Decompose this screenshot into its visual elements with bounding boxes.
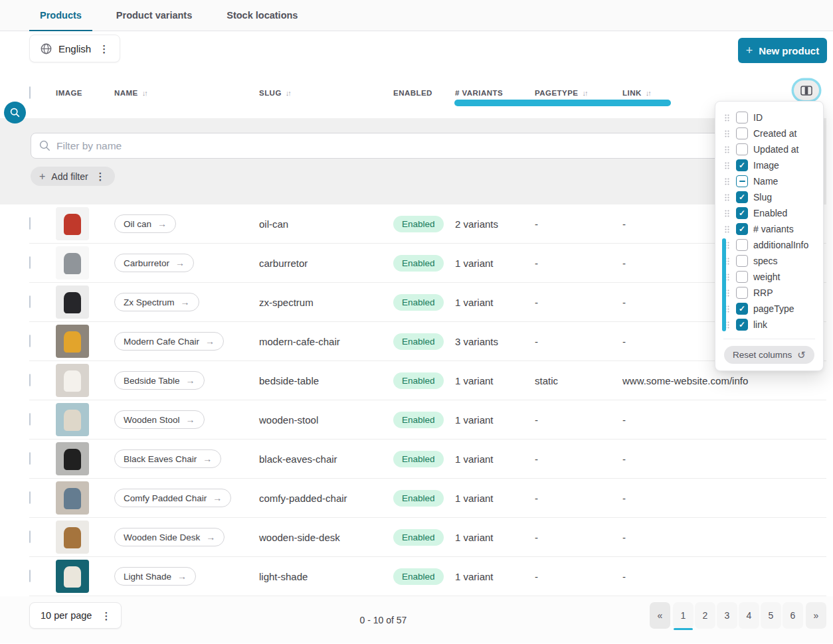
reset-columns-button[interactable]: Reset columns ↺ bbox=[724, 346, 814, 364]
column-header-slug[interactable]: SLUG↓↑ bbox=[259, 89, 393, 97]
page-number-button[interactable]: 2 bbox=[695, 602, 715, 629]
pagetype-cell: - bbox=[535, 453, 622, 465]
column-menu-item[interactable]: RRP bbox=[715, 285, 823, 301]
product-thumbnail[interactable] bbox=[56, 285, 89, 319]
row-checkbox[interactable] bbox=[29, 374, 31, 386]
row-checkbox[interactable] bbox=[29, 491, 31, 504]
tab-item[interactable]: Product variants bbox=[116, 0, 192, 31]
product-thumbnail[interactable] bbox=[56, 442, 89, 475]
column-checkbox[interactable] bbox=[736, 223, 748, 235]
column-menu-item[interactable]: Name bbox=[715, 173, 823, 189]
product-name-link[interactable]: Black Eaves Chair→ bbox=[114, 449, 221, 468]
drag-handle-icon[interactable] bbox=[725, 146, 729, 153]
product-name-link[interactable]: Zx Spectrum→ bbox=[114, 293, 199, 311]
drag-handle-icon[interactable] bbox=[725, 162, 729, 169]
drag-handle-icon[interactable] bbox=[725, 178, 729, 185]
row-checkbox[interactable] bbox=[29, 413, 31, 426]
product-name-link[interactable]: Carburretor→ bbox=[114, 254, 194, 272]
column-checkbox[interactable] bbox=[736, 207, 748, 219]
product-name-link[interactable]: Oil can→ bbox=[114, 214, 176, 233]
tab-item[interactable]: Products bbox=[40, 0, 82, 31]
table-row: Comfy Padded Chair→ comfy-padded-chair E… bbox=[29, 479, 826, 518]
column-header-name[interactable]: NAME↓↑ bbox=[114, 89, 259, 97]
prev-page-button[interactable]: « bbox=[650, 602, 670, 629]
new-product-button[interactable]: + New product bbox=[738, 38, 827, 63]
column-menu-item[interactable]: Image bbox=[715, 157, 823, 173]
column-picker-button[interactable] bbox=[794, 80, 819, 100]
column-header-pagetype[interactable]: PAGETYPE↓↑ bbox=[535, 89, 622, 97]
kebab-menu-icon[interactable]: ⋮ bbox=[98, 44, 110, 54]
product-name-link[interactable]: Bedside Table→ bbox=[114, 371, 205, 390]
column-menu-item[interactable]: weight bbox=[715, 269, 823, 285]
row-checkbox[interactable] bbox=[29, 217, 31, 230]
language-selector-button[interactable]: English ⋮ bbox=[29, 35, 120, 62]
product-thumbnail[interactable] bbox=[56, 364, 89, 397]
product-thumbnail[interactable] bbox=[56, 246, 89, 280]
product-name-link[interactable]: Comfy Padded Chair→ bbox=[114, 489, 231, 507]
product-name-link[interactable]: Modern Cafe Chair→ bbox=[114, 332, 224, 351]
column-checkbox[interactable] bbox=[736, 143, 748, 155]
column-menu-item[interactable]: specs bbox=[715, 253, 823, 269]
page-number-button[interactable]: 1 bbox=[673, 602, 694, 629]
column-menu-item[interactable]: pageType bbox=[715, 301, 823, 317]
kebab-menu-icon[interactable]: ⋮ bbox=[94, 171, 107, 181]
product-name-link[interactable]: Light Shade→ bbox=[114, 567, 196, 586]
column-checkbox[interactable] bbox=[736, 287, 748, 299]
product-name-link[interactable]: Wooden Side Desk→ bbox=[114, 528, 225, 546]
column-menu-item[interactable]: Slug bbox=[715, 189, 823, 205]
column-checkbox[interactable] bbox=[736, 191, 748, 203]
drag-handle-icon[interactable] bbox=[725, 210, 729, 217]
column-menu-item[interactable]: ID bbox=[715, 110, 823, 125]
column-menu-item[interactable]: additionalInfo bbox=[715, 237, 823, 253]
page-number-button[interactable]: 5 bbox=[761, 602, 781, 629]
column-menu-item[interactable]: link bbox=[715, 317, 823, 333]
product-thumbnail[interactable] bbox=[56, 521, 89, 554]
product-thumbnail[interactable] bbox=[56, 481, 89, 515]
product-name-link[interactable]: Wooden Stool→ bbox=[114, 410, 205, 429]
tab-item[interactable]: Stock locations bbox=[227, 0, 298, 31]
page-number-button[interactable]: 3 bbox=[717, 602, 737, 629]
row-checkbox[interactable] bbox=[29, 295, 31, 308]
column-header-variants[interactable]: # VARIANTS↓↑ bbox=[455, 89, 535, 97]
row-checkbox[interactable] bbox=[29, 452, 31, 465]
column-checkbox[interactable] bbox=[736, 271, 748, 283]
row-checkbox[interactable] bbox=[29, 335, 31, 347]
column-header-image[interactable]: IMAGE↓↑ bbox=[56, 89, 114, 97]
link-cell: - bbox=[622, 532, 826, 543]
per-page-selector[interactable]: 10 per page ⋮ bbox=[29, 602, 122, 629]
row-checkbox[interactable] bbox=[29, 256, 31, 269]
drag-handle-icon[interactable] bbox=[725, 114, 729, 121]
drag-handle-icon[interactable] bbox=[725, 130, 729, 137]
quick-search-tab[interactable] bbox=[4, 102, 26, 123]
column-menu-item[interactable]: Updated at bbox=[715, 141, 823, 157]
product-thumbnail[interactable] bbox=[56, 325, 89, 358]
next-page-button[interactable]: » bbox=[806, 602, 826, 629]
product-thumbnail[interactable] bbox=[56, 403, 89, 436]
column-checkbox[interactable] bbox=[736, 159, 748, 171]
column-checkbox[interactable] bbox=[736, 127, 748, 139]
product-thumbnail[interactable] bbox=[56, 560, 89, 593]
column-checkbox[interactable] bbox=[736, 112, 748, 123]
column-menu-item[interactable]: Created at bbox=[715, 125, 823, 141]
filter-by-name-input[interactable] bbox=[56, 140, 815, 152]
column-menu-item[interactable]: Enabled bbox=[715, 205, 823, 221]
add-filter-button[interactable]: + Add filter ⋮ bbox=[31, 167, 115, 186]
row-checkbox[interactable] bbox=[29, 570, 31, 582]
column-label: additionalInfo bbox=[753, 240, 808, 250]
column-header-enabled[interactable]: ENABLED↓↑ bbox=[393, 89, 455, 97]
product-thumbnail[interactable] bbox=[56, 207, 89, 240]
column-checkbox[interactable] bbox=[736, 175, 748, 187]
page-number-button[interactable]: 4 bbox=[739, 602, 759, 629]
column-checkbox[interactable] bbox=[736, 303, 748, 315]
column-checkbox[interactable] bbox=[736, 239, 748, 251]
pagetype-cell: - bbox=[535, 493, 622, 504]
language-label: English bbox=[58, 43, 91, 54]
column-checkbox[interactable] bbox=[736, 255, 748, 267]
column-checkbox[interactable] bbox=[736, 319, 748, 331]
column-menu-item[interactable]: # variants bbox=[715, 221, 823, 237]
drag-handle-icon[interactable] bbox=[725, 226, 729, 233]
row-checkbox[interactable] bbox=[29, 530, 31, 543]
select-all-checkbox[interactable] bbox=[29, 86, 31, 99]
drag-handle-icon[interactable] bbox=[725, 194, 729, 201]
page-number-button[interactable]: 6 bbox=[783, 602, 803, 629]
